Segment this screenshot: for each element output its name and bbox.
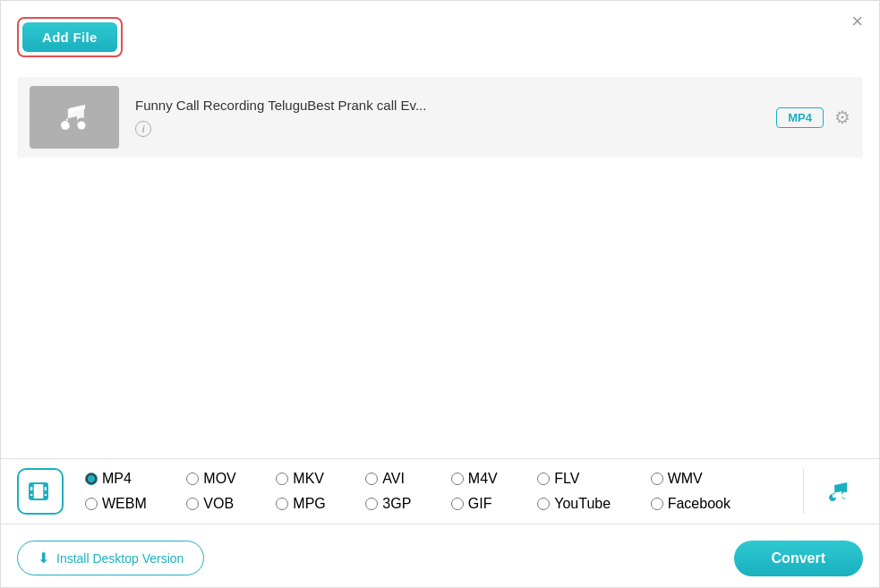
radio-webm[interactable]	[85, 498, 98, 510]
format-option-youtube[interactable]: YouTube	[532, 494, 641, 514]
info-icon[interactable]: i	[135, 121, 151, 137]
format-bar: MP4 MOV MKV AVI M4V FLV WMV W	[1, 458, 879, 524]
format-label-youtube: YouTube	[554, 496, 611, 512]
file-thumbnail	[30, 86, 119, 149]
format-option-mkv[interactable]: MKV	[270, 469, 356, 489]
radio-mov[interactable]	[186, 473, 199, 485]
install-label: Install Desktop Version	[56, 551, 184, 566]
format-label-mov: MOV	[203, 471, 235, 487]
format-label-avi: AVI	[382, 471, 405, 487]
format-label-mp4: MP4	[102, 471, 132, 487]
svg-point-1	[78, 122, 86, 130]
convert-button[interactable]: Convert	[734, 541, 863, 576]
radio-mpg[interactable]	[276, 498, 288, 510]
format-divider	[803, 469, 804, 514]
add-file-wrapper: Add File	[17, 17, 123, 57]
format-option-vob[interactable]: VOB	[181, 494, 267, 514]
radio-flv[interactable]	[537, 473, 550, 485]
format-option-wmv[interactable]: WMV	[645, 469, 762, 489]
download-icon: ⬇	[38, 550, 49, 567]
audio-format-icon[interactable]	[816, 468, 863, 515]
film-icon	[28, 479, 53, 504]
radio-gif[interactable]	[451, 498, 464, 510]
radio-m4v[interactable]	[451, 473, 464, 485]
format-label-facebook: Facebook	[668, 496, 730, 512]
bottom-bar: ⬇ Install Desktop Version Convert	[1, 529, 879, 587]
file-info: Funny Call Recording TeluguBest Prank ca…	[119, 98, 776, 137]
radio-vob[interactable]	[186, 498, 199, 510]
settings-icon[interactable]: ⚙	[834, 107, 850, 128]
format-option-mp4[interactable]: MP4	[80, 469, 177, 489]
format-option-m4v[interactable]: M4V	[446, 469, 528, 489]
file-list: Funny Call Recording TeluguBest Prank ca…	[17, 77, 863, 158]
format-option-webm[interactable]: WEBM	[80, 494, 177, 514]
toolbar: Add File	[17, 17, 123, 57]
format-label-3gp: 3GP	[382, 496, 411, 512]
format-option-mov[interactable]: MOV	[181, 469, 267, 489]
radio-avi[interactable]	[365, 473, 378, 485]
format-option-facebook[interactable]: Facebook	[645, 494, 762, 514]
format-label-mpg: MPG	[293, 496, 325, 512]
format-option-avi[interactable]: AVI	[360, 469, 442, 489]
format-option-mpg[interactable]: MPG	[270, 494, 356, 514]
radio-3gp[interactable]	[365, 498, 378, 510]
format-option-flv[interactable]: FLV	[532, 469, 641, 489]
install-button[interactable]: ⬇ Install Desktop Version	[17, 541, 204, 575]
music-format-icon	[826, 478, 853, 505]
svg-point-0	[62, 122, 70, 130]
format-options: MP4 MOV MKV AVI M4V FLV WMV W	[80, 469, 790, 514]
format-label-m4v: M4V	[468, 471, 498, 487]
format-label-mkv: MKV	[293, 471, 324, 487]
format-option-gif[interactable]: GIF	[446, 494, 528, 514]
format-badge[interactable]: MP4	[776, 107, 824, 128]
format-label-wmv: WMV	[668, 471, 703, 487]
music-note-icon	[54, 97, 95, 138]
format-label-flv: FLV	[554, 471, 579, 487]
radio-facebook[interactable]	[651, 498, 663, 510]
close-button[interactable]: ×	[851, 12, 863, 31]
file-title: Funny Call Recording TeluguBest Prank ca…	[135, 98, 776, 113]
file-actions: MP4 ⚙	[776, 107, 850, 128]
format-option-3gp[interactable]: 3GP	[360, 494, 442, 514]
video-format-icon[interactable]	[17, 468, 64, 515]
add-file-button[interactable]: Add File	[22, 22, 117, 52]
radio-mp4[interactable]	[85, 473, 98, 485]
format-label-webm: WEBM	[102, 496, 147, 512]
radio-youtube[interactable]	[537, 498, 550, 510]
format-label-gif: GIF	[468, 496, 492, 512]
radio-wmv[interactable]	[651, 473, 663, 485]
radio-mkv[interactable]	[276, 473, 288, 485]
format-label-vob: VOB	[203, 496, 234, 512]
